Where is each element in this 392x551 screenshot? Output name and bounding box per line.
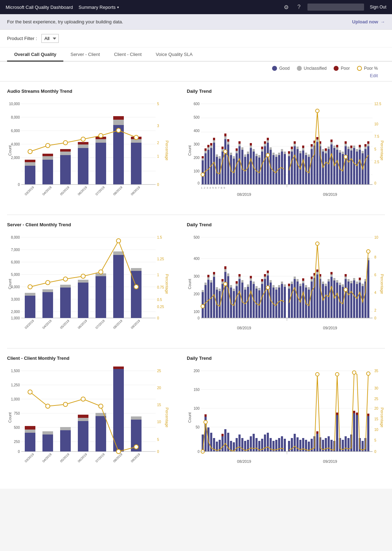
svg-point-506 xyxy=(99,404,103,408)
upload-now-link[interactable]: Upload now → xyxy=(352,19,385,24)
svg-rect-204 xyxy=(345,144,347,146)
tab-voice-quality-sla[interactable]: Voice Quality SLA xyxy=(149,47,200,62)
svg-rect-38 xyxy=(131,143,142,184)
svg-point-288 xyxy=(116,239,121,243)
svg-rect-566 xyxy=(278,438,280,451)
tab-overall-call-quality[interactable]: Overall Call Quality xyxy=(7,47,63,62)
svg-rect-372 xyxy=(267,276,269,318)
svg-rect-333 xyxy=(221,284,224,318)
svg-rect-321 xyxy=(207,280,209,318)
unclassified-label: Unclassified xyxy=(304,66,327,71)
product-filter-select[interactable]: All xyxy=(41,34,59,43)
svg-rect-319 xyxy=(204,285,207,318)
svg-rect-80 xyxy=(202,156,204,158)
svg-rect-423 xyxy=(330,277,333,318)
svg-rect-422 xyxy=(328,279,330,282)
svg-rect-354 xyxy=(244,287,246,290)
svg-rect-487 xyxy=(25,430,35,433)
svg-text:05/2019: 05/2019 xyxy=(59,186,70,196)
svg-rect-114 xyxy=(238,144,241,146)
edit-link[interactable]: Edit xyxy=(370,73,378,78)
chart-row-2: Server - Client Monthly Trend Count Perc… xyxy=(7,222,385,337)
svg-rect-217 xyxy=(359,145,361,147)
svg-rect-363 xyxy=(255,286,258,289)
svg-rect-100 xyxy=(224,139,226,184)
svg-rect-332 xyxy=(219,289,221,291)
help-icon[interactable]: ? xyxy=(297,4,300,10)
client-client-monthly-svg: Count Percentage 1,500 1,250 1,000 750 5… xyxy=(7,364,170,470)
svg-rect-413 xyxy=(316,269,318,272)
svg-rect-370 xyxy=(264,277,266,279)
svg-text:Percentage: Percentage xyxy=(380,274,384,294)
svg-rect-185 xyxy=(322,149,324,152)
signout-button[interactable]: Sign Out xyxy=(370,5,386,10)
svg-rect-272 xyxy=(42,289,53,292)
svg-text:Count: Count xyxy=(8,412,12,422)
svg-rect-35 xyxy=(113,125,124,184)
svg-text:1.25: 1.25 xyxy=(157,257,164,261)
tab-client-client[interactable]: Client - Client xyxy=(107,47,149,62)
svg-rect-107 xyxy=(230,153,232,155)
svg-rect-27 xyxy=(60,152,71,155)
svg-rect-180 xyxy=(316,137,318,140)
svg-text:25: 25 xyxy=(374,397,379,401)
svg-point-226 xyxy=(201,173,204,176)
svg-rect-445 xyxy=(359,283,361,318)
svg-rect-131 xyxy=(261,152,263,184)
svg-rect-83 xyxy=(204,148,207,151)
svg-rect-149 xyxy=(281,149,283,152)
svg-rect-579 xyxy=(316,434,318,451)
svg-rect-342 xyxy=(230,285,232,288)
svg-rect-328 xyxy=(213,272,215,274)
svg-rect-97 xyxy=(221,152,224,184)
svg-rect-37 xyxy=(113,116,124,120)
svg-rect-81 xyxy=(204,153,207,184)
audio-monthly-title: Audio Streams Monthly Trend xyxy=(7,89,180,94)
svg-rect-147 xyxy=(278,153,280,155)
svg-text:5: 5 xyxy=(212,186,214,189)
svg-rect-412 xyxy=(316,272,318,274)
svg-rect-433 xyxy=(342,284,344,287)
gear-icon[interactable]: ⚙ xyxy=(284,4,289,11)
svg-text:750: 750 xyxy=(14,411,20,415)
svg-rect-431 xyxy=(339,283,341,285)
svg-rect-388 xyxy=(288,286,290,289)
svg-rect-584 xyxy=(328,436,330,451)
svg-rect-571 xyxy=(294,434,296,451)
svg-point-47 xyxy=(134,135,138,140)
svg-text:3: 3 xyxy=(157,124,159,128)
svg-text:30: 30 xyxy=(374,386,379,390)
search-input[interactable] xyxy=(307,4,364,11)
tab-server-client[interactable]: Server - Client xyxy=(63,47,107,62)
svg-rect-374 xyxy=(267,271,269,273)
svg-text:2: 2 xyxy=(157,141,159,145)
filter-label: Product Filter : xyxy=(7,36,37,41)
svg-text:300: 300 xyxy=(194,142,200,146)
svg-text:2,000: 2,000 xyxy=(11,310,20,314)
svg-rect-357 xyxy=(250,281,252,318)
svg-rect-391 xyxy=(291,282,293,284)
summary-reports-nav[interactable]: Summary Reports ▾ xyxy=(79,5,119,10)
svg-rect-36 xyxy=(113,120,124,125)
svg-text:100: 100 xyxy=(194,407,200,410)
svg-rect-88 xyxy=(210,146,212,148)
svg-rect-337 xyxy=(224,269,226,272)
svg-rect-203 xyxy=(345,146,347,184)
svg-rect-496 xyxy=(96,416,106,451)
client-client-daily-chart: Daily Trend Count Percentage 200 150 100… xyxy=(187,356,385,471)
svg-text:0.75: 0.75 xyxy=(157,285,164,289)
server-client-monthly-title: Server - Client Monthly Trend xyxy=(7,222,180,227)
svg-rect-486 xyxy=(25,433,35,451)
svg-text:10: 10 xyxy=(157,420,161,424)
svg-rect-23 xyxy=(42,160,53,184)
svg-rect-169 xyxy=(305,153,307,155)
svg-rect-179 xyxy=(316,140,318,142)
svg-point-228 xyxy=(266,153,270,157)
svg-rect-389 xyxy=(288,284,290,286)
svg-rect-352 xyxy=(241,280,243,283)
svg-rect-102 xyxy=(224,134,226,136)
svg-rect-420 xyxy=(325,284,327,286)
svg-rect-132 xyxy=(261,149,263,152)
svg-text:1: 1 xyxy=(201,186,203,189)
svg-rect-411 xyxy=(316,274,318,318)
